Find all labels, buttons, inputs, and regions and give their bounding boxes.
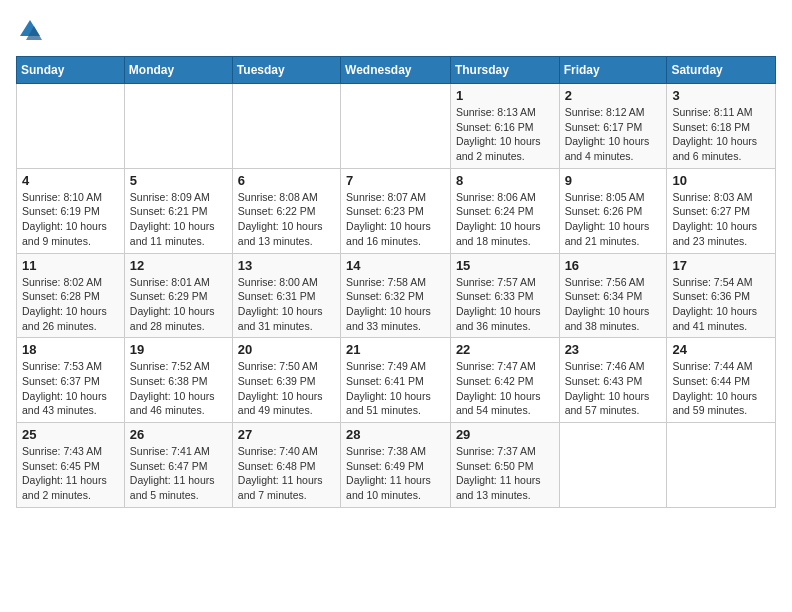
day-info: Sunrise: 8:09 AM Sunset: 6:21 PM Dayligh… — [130, 190, 227, 249]
day-of-week-header: Saturday — [667, 57, 776, 84]
calendar-week-row: 1Sunrise: 8:13 AM Sunset: 6:16 PM Daylig… — [17, 84, 776, 169]
day-info: Sunrise: 8:10 AM Sunset: 6:19 PM Dayligh… — [22, 190, 119, 249]
logo — [16, 16, 48, 44]
day-info: Sunrise: 7:47 AM Sunset: 6:42 PM Dayligh… — [456, 359, 554, 418]
calendar-day-cell: 28Sunrise: 7:38 AM Sunset: 6:49 PM Dayli… — [341, 423, 451, 508]
calendar-day-cell: 26Sunrise: 7:41 AM Sunset: 6:47 PM Dayli… — [124, 423, 232, 508]
calendar-day-cell — [341, 84, 451, 169]
day-number: 8 — [456, 173, 554, 188]
calendar-day-cell: 27Sunrise: 7:40 AM Sunset: 6:48 PM Dayli… — [232, 423, 340, 508]
day-info: Sunrise: 8:01 AM Sunset: 6:29 PM Dayligh… — [130, 275, 227, 334]
day-number: 26 — [130, 427, 227, 442]
calendar-day-cell: 4Sunrise: 8:10 AM Sunset: 6:19 PM Daylig… — [17, 168, 125, 253]
day-number: 28 — [346, 427, 445, 442]
day-info: Sunrise: 8:07 AM Sunset: 6:23 PM Dayligh… — [346, 190, 445, 249]
calendar-day-cell — [667, 423, 776, 508]
calendar-day-cell: 29Sunrise: 7:37 AM Sunset: 6:50 PM Dayli… — [450, 423, 559, 508]
day-info: Sunrise: 8:06 AM Sunset: 6:24 PM Dayligh… — [456, 190, 554, 249]
calendar-header-row: SundayMondayTuesdayWednesdayThursdayFrid… — [17, 57, 776, 84]
calendar-day-cell: 13Sunrise: 8:00 AM Sunset: 6:31 PM Dayli… — [232, 253, 340, 338]
day-number: 1 — [456, 88, 554, 103]
day-of-week-header: Thursday — [450, 57, 559, 84]
calendar-day-cell: 22Sunrise: 7:47 AM Sunset: 6:42 PM Dayli… — [450, 338, 559, 423]
calendar-week-row: 25Sunrise: 7:43 AM Sunset: 6:45 PM Dayli… — [17, 423, 776, 508]
day-number: 12 — [130, 258, 227, 273]
calendar-day-cell: 21Sunrise: 7:49 AM Sunset: 6:41 PM Dayli… — [341, 338, 451, 423]
day-info: Sunrise: 8:03 AM Sunset: 6:27 PM Dayligh… — [672, 190, 770, 249]
page-header — [16, 16, 776, 44]
day-of-week-header: Sunday — [17, 57, 125, 84]
calendar-day-cell: 10Sunrise: 8:03 AM Sunset: 6:27 PM Dayli… — [667, 168, 776, 253]
day-number: 6 — [238, 173, 335, 188]
calendar-day-cell: 6Sunrise: 8:08 AM Sunset: 6:22 PM Daylig… — [232, 168, 340, 253]
day-info: Sunrise: 7:41 AM Sunset: 6:47 PM Dayligh… — [130, 444, 227, 503]
day-info: Sunrise: 8:08 AM Sunset: 6:22 PM Dayligh… — [238, 190, 335, 249]
day-info: Sunrise: 8:00 AM Sunset: 6:31 PM Dayligh… — [238, 275, 335, 334]
calendar-day-cell: 5Sunrise: 8:09 AM Sunset: 6:21 PM Daylig… — [124, 168, 232, 253]
day-number: 20 — [238, 342, 335, 357]
day-of-week-header: Friday — [559, 57, 667, 84]
calendar-day-cell — [559, 423, 667, 508]
calendar-day-cell: 3Sunrise: 8:11 AM Sunset: 6:18 PM Daylig… — [667, 84, 776, 169]
day-number: 13 — [238, 258, 335, 273]
day-number: 10 — [672, 173, 770, 188]
calendar-week-row: 11Sunrise: 8:02 AM Sunset: 6:28 PM Dayli… — [17, 253, 776, 338]
day-number: 19 — [130, 342, 227, 357]
calendar-day-cell: 12Sunrise: 8:01 AM Sunset: 6:29 PM Dayli… — [124, 253, 232, 338]
day-info: Sunrise: 7:37 AM Sunset: 6:50 PM Dayligh… — [456, 444, 554, 503]
day-info: Sunrise: 7:38 AM Sunset: 6:49 PM Dayligh… — [346, 444, 445, 503]
day-number: 27 — [238, 427, 335, 442]
calendar-day-cell: 11Sunrise: 8:02 AM Sunset: 6:28 PM Dayli… — [17, 253, 125, 338]
day-number: 11 — [22, 258, 119, 273]
calendar-day-cell: 16Sunrise: 7:56 AM Sunset: 6:34 PM Dayli… — [559, 253, 667, 338]
day-number: 7 — [346, 173, 445, 188]
day-of-week-header: Monday — [124, 57, 232, 84]
calendar-day-cell: 20Sunrise: 7:50 AM Sunset: 6:39 PM Dayli… — [232, 338, 340, 423]
day-of-week-header: Tuesday — [232, 57, 340, 84]
day-info: Sunrise: 7:54 AM Sunset: 6:36 PM Dayligh… — [672, 275, 770, 334]
calendar-day-cell: 23Sunrise: 7:46 AM Sunset: 6:43 PM Dayli… — [559, 338, 667, 423]
calendar-week-row: 18Sunrise: 7:53 AM Sunset: 6:37 PM Dayli… — [17, 338, 776, 423]
calendar-day-cell: 17Sunrise: 7:54 AM Sunset: 6:36 PM Dayli… — [667, 253, 776, 338]
calendar-table: SundayMondayTuesdayWednesdayThursdayFrid… — [16, 56, 776, 508]
day-info: Sunrise: 7:49 AM Sunset: 6:41 PM Dayligh… — [346, 359, 445, 418]
calendar-day-cell: 24Sunrise: 7:44 AM Sunset: 6:44 PM Dayli… — [667, 338, 776, 423]
day-number: 3 — [672, 88, 770, 103]
calendar-day-cell: 7Sunrise: 8:07 AM Sunset: 6:23 PM Daylig… — [341, 168, 451, 253]
day-number: 18 — [22, 342, 119, 357]
day-number: 22 — [456, 342, 554, 357]
day-number: 14 — [346, 258, 445, 273]
day-info: Sunrise: 8:02 AM Sunset: 6:28 PM Dayligh… — [22, 275, 119, 334]
day-info: Sunrise: 7:43 AM Sunset: 6:45 PM Dayligh… — [22, 444, 119, 503]
calendar-day-cell: 14Sunrise: 7:58 AM Sunset: 6:32 PM Dayli… — [341, 253, 451, 338]
calendar-week-row: 4Sunrise: 8:10 AM Sunset: 6:19 PM Daylig… — [17, 168, 776, 253]
calendar-day-cell: 25Sunrise: 7:43 AM Sunset: 6:45 PM Dayli… — [17, 423, 125, 508]
calendar-day-cell: 15Sunrise: 7:57 AM Sunset: 6:33 PM Dayli… — [450, 253, 559, 338]
calendar-day-cell — [232, 84, 340, 169]
calendar-day-cell — [17, 84, 125, 169]
calendar-day-cell — [124, 84, 232, 169]
day-info: Sunrise: 7:56 AM Sunset: 6:34 PM Dayligh… — [565, 275, 662, 334]
day-info: Sunrise: 7:46 AM Sunset: 6:43 PM Dayligh… — [565, 359, 662, 418]
calendar-day-cell: 2Sunrise: 8:12 AM Sunset: 6:17 PM Daylig… — [559, 84, 667, 169]
day-info: Sunrise: 8:12 AM Sunset: 6:17 PM Dayligh… — [565, 105, 662, 164]
day-of-week-header: Wednesday — [341, 57, 451, 84]
day-number: 17 — [672, 258, 770, 273]
day-info: Sunrise: 8:13 AM Sunset: 6:16 PM Dayligh… — [456, 105, 554, 164]
day-info: Sunrise: 7:53 AM Sunset: 6:37 PM Dayligh… — [22, 359, 119, 418]
day-number: 29 — [456, 427, 554, 442]
day-info: Sunrise: 7:58 AM Sunset: 6:32 PM Dayligh… — [346, 275, 445, 334]
day-number: 15 — [456, 258, 554, 273]
day-number: 25 — [22, 427, 119, 442]
calendar-day-cell: 8Sunrise: 8:06 AM Sunset: 6:24 PM Daylig… — [450, 168, 559, 253]
day-number: 5 — [130, 173, 227, 188]
day-number: 2 — [565, 88, 662, 103]
day-info: Sunrise: 7:44 AM Sunset: 6:44 PM Dayligh… — [672, 359, 770, 418]
calendar-day-cell: 1Sunrise: 8:13 AM Sunset: 6:16 PM Daylig… — [450, 84, 559, 169]
day-info: Sunrise: 7:52 AM Sunset: 6:38 PM Dayligh… — [130, 359, 227, 418]
day-info: Sunrise: 8:11 AM Sunset: 6:18 PM Dayligh… — [672, 105, 770, 164]
day-info: Sunrise: 8:05 AM Sunset: 6:26 PM Dayligh… — [565, 190, 662, 249]
day-number: 21 — [346, 342, 445, 357]
day-info: Sunrise: 7:40 AM Sunset: 6:48 PM Dayligh… — [238, 444, 335, 503]
day-number: 9 — [565, 173, 662, 188]
